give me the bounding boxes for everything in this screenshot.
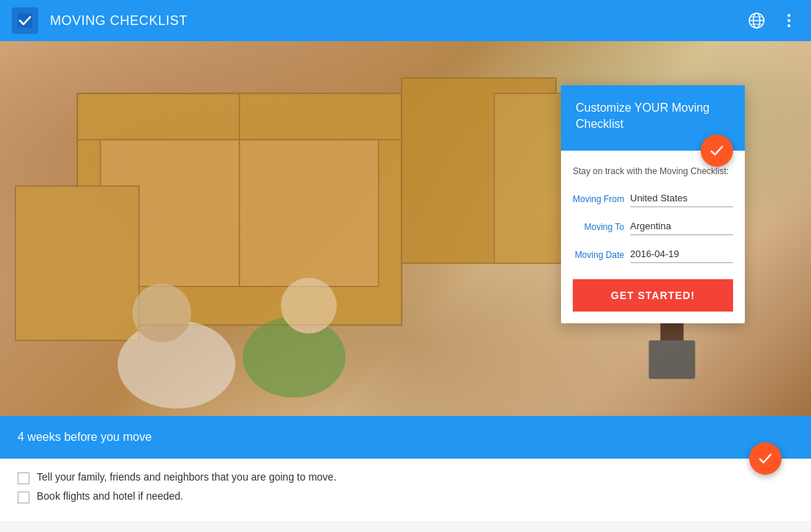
weeks-check-fab[interactable] [749,442,782,475]
moving-date-row: Moving Date [573,245,733,263]
svg-point-25 [281,278,337,334]
header-left: MOVING CHECKLIST [12,7,187,34]
card-check-fab[interactable] [701,134,733,167]
moving-date-input[interactable] [630,245,733,263]
customize-card: Customize YOUR Moving Checklist Stay on … [561,85,745,323]
weeks-bar: 4 weeks before you move [0,416,811,459]
list-item: Book flights and hotel if needed. [18,490,793,503]
card-header: Customize YOUR Moving Checklist [561,85,745,151]
globe-icon[interactable] [746,10,767,31]
list-item: Tell your family, friends and neighbors … [18,471,793,484]
moving-from-label: Moving From [573,190,624,206]
app-logo [12,7,38,34]
checklist-text-1: Tell your family, friends and neighbors … [37,471,337,483]
checkbox-2[interactable] [18,492,29,503]
get-started-button[interactable]: GET STARTED! [573,279,733,312]
moving-to-row: Moving To [573,218,733,235]
header-right [746,10,799,31]
svg-point-7 [787,19,790,22]
card-subtitle: Stay on track with the Moving Checklist: [573,165,733,178]
app-header: MOVING CHECKLIST [0,0,811,41]
checklist-text-2: Book flights and hotel if needed. [37,490,183,502]
bottom-section: 4 weeks before you move Tell your family… [0,416,811,532]
hero-section: Customize YOUR Moving Checklist Stay on … [0,41,811,416]
card-title: Customize YOUR Moving Checklist [576,100,730,133]
svg-point-23 [132,284,191,342]
moving-date-input-wrap [630,245,733,263]
moving-from-row: Moving From [573,190,733,207]
moving-from-input-wrap [630,190,733,207]
moving-to-input[interactable] [630,218,733,235]
svg-point-6 [787,14,790,17]
more-vert-icon[interactable] [779,10,799,31]
card-body: Stay on track with the Moving Checklist:… [561,151,745,323]
svg-rect-21 [649,340,695,379]
weeks-label: 4 weeks before you move [18,431,151,444]
moving-from-input[interactable] [630,190,733,207]
moving-to-label: Moving To [573,218,624,234]
moving-to-input-wrap [630,218,733,235]
app-title: MOVING CHECKLIST [50,13,187,29]
checkbox-1[interactable] [18,472,29,484]
moving-date-label: Moving Date [573,245,624,262]
svg-point-8 [787,24,790,27]
checklist-list: Tell your family, friends and neighbors … [0,459,811,521]
